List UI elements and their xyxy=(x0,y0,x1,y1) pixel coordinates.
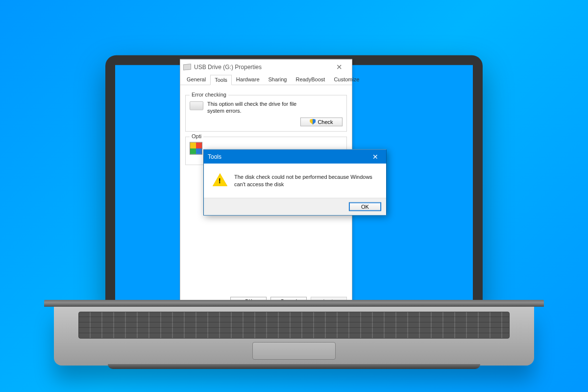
tab-customize[interactable]: Customize xyxy=(329,74,364,85)
group-optimize-legend: Opti xyxy=(190,133,203,139)
properties-footer: OK Cancel Apply xyxy=(180,292,352,311)
drive-icon xyxy=(190,101,203,110)
error-body: The disk check could not be performed be… xyxy=(204,164,386,198)
drive-title-icon xyxy=(183,64,191,71)
tab-readyboost[interactable]: ReadyBoost xyxy=(291,74,329,85)
apply-button: Apply xyxy=(311,297,347,306)
trackpad xyxy=(252,342,336,360)
screen-bezel: USB Drive (G:) Properties ✕ General Tool… xyxy=(105,55,483,316)
error-close-icon[interactable]: ✕ xyxy=(365,150,386,164)
laptop-bottom-lip xyxy=(108,364,480,369)
properties-titlebar[interactable]: USB Drive (G:) Properties ✕ xyxy=(180,60,352,74)
error-footer: OK xyxy=(204,197,386,215)
tab-hardware[interactable]: Hardware xyxy=(232,74,264,85)
warning-icon xyxy=(213,173,227,186)
properties-tabs: General Tools Hardware Sharing ReadyBoos… xyxy=(180,74,352,85)
error-message: The disk check could not be performed be… xyxy=(234,172,379,188)
tab-sharing[interactable]: Sharing xyxy=(264,74,292,85)
error-titlebar[interactable]: Tools ✕ xyxy=(204,150,386,164)
cancel-button[interactable]: Cancel xyxy=(270,297,307,306)
check-button-label: Check xyxy=(318,119,333,124)
group-error-checking: Error checking This option will check th… xyxy=(185,95,347,132)
desktop-screen: USB Drive (G:) Properties ✕ General Tool… xyxy=(115,65,473,306)
error-checking-text: This option will check the drive for fil… xyxy=(207,100,315,115)
check-button[interactable]: Check xyxy=(300,117,343,126)
error-title: Tools xyxy=(204,153,365,160)
laptop-mockup: USB Drive (G:) Properties ✕ General Tool… xyxy=(105,55,483,316)
tab-general[interactable]: General xyxy=(182,74,210,85)
shield-icon xyxy=(310,119,316,124)
error-ok-button[interactable]: OK xyxy=(349,202,381,211)
defrag-icon xyxy=(190,142,202,154)
close-icon[interactable]: ✕ xyxy=(329,61,349,74)
error-dialog: Tools ✕ The disk check could not be perf… xyxy=(203,149,387,216)
properties-title: USB Drive (G:) Properties xyxy=(194,64,329,71)
group-error-checking-legend: Error checking xyxy=(190,92,228,98)
tab-tools[interactable]: Tools xyxy=(210,75,232,85)
ok-button[interactable]: OK xyxy=(230,297,267,306)
